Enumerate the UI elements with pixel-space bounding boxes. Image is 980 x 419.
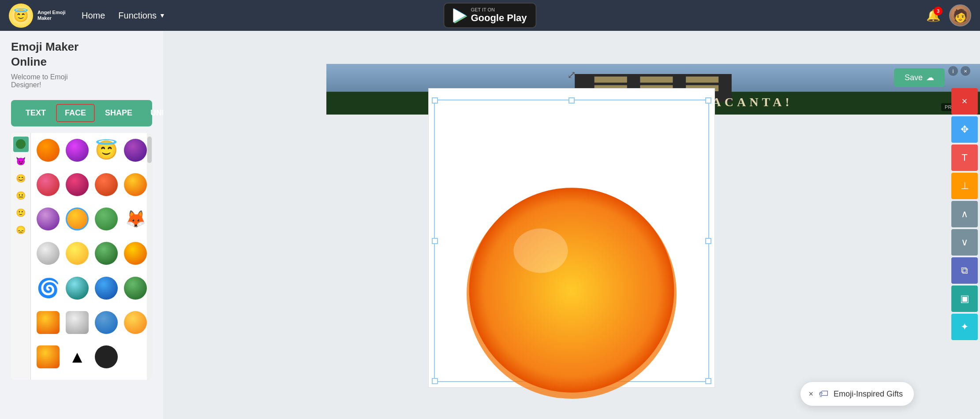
selection-handle-bottom-left[interactable] xyxy=(432,378,438,384)
selection-handle-top-left[interactable] xyxy=(432,97,438,104)
expand-icon[interactable]: ⤢ xyxy=(567,69,576,81)
emoji-item[interactable] xyxy=(64,240,91,267)
emoji-category-happy[interactable]: 😊 xyxy=(13,171,29,186)
google-play-button[interactable]: GET IT ON Google Play xyxy=(443,3,536,28)
green-circle-icon xyxy=(16,139,26,149)
toolbar: Text Face SHAPE Undo Redo xyxy=(11,100,152,126)
emoji-item[interactable] xyxy=(64,274,91,302)
popup-close-button[interactable]: × xyxy=(808,389,813,399)
selection-handle-middle-left[interactable] xyxy=(432,238,438,244)
emoji-item[interactable] xyxy=(34,171,62,198)
play-triangle-icon xyxy=(453,8,465,22)
save-button[interactable]: Save ☁ xyxy=(894,68,945,87)
emoji-item[interactable] xyxy=(122,309,149,336)
text-button[interactable]: T xyxy=(951,145,978,171)
emoji-grid: 😇 🌸 🦊 xyxy=(31,133,152,380)
shape-tab-button[interactable]: SHAPE xyxy=(97,105,140,121)
emoji-item[interactable]: 😇 xyxy=(93,137,120,164)
emoji-category-neutral[interactable]: 😐 xyxy=(13,188,29,204)
functions-dropdown-icon[interactable]: ▼ xyxy=(159,12,165,19)
popup-text: Emoji-Inspired Gifts xyxy=(834,389,903,399)
emoji-panel: 😈 😊 😐 🙂 😞 😇 xyxy=(11,133,152,380)
notification-popup: × 🏷 Emoji-Inspired Gifts xyxy=(800,382,914,406)
emoji-item[interactable] xyxy=(93,240,120,267)
nav-home[interactable]: Home xyxy=(82,11,105,21)
emoji-item[interactable] xyxy=(64,205,91,233)
emoji-item[interactable] xyxy=(93,309,120,336)
store-name-text: Google Play xyxy=(471,12,527,24)
selection-handle-top-middle[interactable] xyxy=(569,97,575,104)
emoji-item[interactable] xyxy=(93,343,120,371)
canvas-drawing-area[interactable]: ⤢ xyxy=(428,88,715,388)
emoji-category-green-circle[interactable] xyxy=(13,137,29,152)
content-area: Emoji MakerOnline Welcome to EmojiDesign… xyxy=(0,31,980,419)
emoji-item[interactable] xyxy=(34,205,62,233)
emoji-category-slight-smile[interactable]: 🙂 xyxy=(13,205,29,221)
main-canvas-area: MERITI CASA TA DE VACANTA! i × PREMIUM S… xyxy=(163,31,980,419)
delete-button[interactable]: ✦ xyxy=(951,314,978,340)
emoji-item[interactable] xyxy=(34,309,62,336)
close-button[interactable]: × xyxy=(951,88,978,115)
move-button[interactable]: ✥ xyxy=(951,116,978,143)
emoji-grid-container: 😇 🌸 🦊 xyxy=(31,133,152,380)
emoji-item[interactable]: 🌀 xyxy=(34,274,62,302)
emoji-item[interactable] xyxy=(64,171,91,198)
emoji-item[interactable] xyxy=(93,274,120,302)
emoji-category-sidebar: 😈 😊 😐 🙂 😞 xyxy=(11,133,31,380)
ad-close-icon[interactable]: × xyxy=(961,66,970,76)
emoji-item[interactable] xyxy=(93,205,120,233)
notification-badge: 3 xyxy=(934,7,943,15)
header: 😇 Angel Emoji Maker Home Functions ▼ GET… xyxy=(0,0,980,31)
emoji-item[interactable] xyxy=(122,274,149,302)
svg-rect-3 xyxy=(595,77,627,83)
emoji-item[interactable]: ▲ xyxy=(64,343,91,371)
sidebar-subtitle: Welcome to EmojiDesigner! xyxy=(11,73,152,89)
nav-functions-link[interactable]: Functions xyxy=(118,11,157,21)
get-it-on-text: GET IT ON xyxy=(471,7,527,12)
face-tab-button[interactable]: Face xyxy=(56,104,95,122)
selection-handle-bottom-right[interactable] xyxy=(705,378,711,384)
emoji-scrollbar-thumb[interactable] xyxy=(147,137,152,163)
header-right: 🔔 3 🧑 xyxy=(926,4,971,26)
emoji-item[interactable]: 🦊 xyxy=(122,205,149,233)
emoji-item[interactable] xyxy=(34,343,62,371)
emoji-item[interactable] xyxy=(34,137,62,164)
popup-gift-icon: 🏷 xyxy=(819,388,828,400)
logo: 😇 Angel Emoji Maker xyxy=(9,4,73,28)
save-label: Save xyxy=(905,73,923,82)
right-toolbar: × ✥ T ⊥ ∧ ∨ ⧉ ▣ ✦ xyxy=(951,88,980,340)
selection-handle-top-right[interactable] xyxy=(705,97,711,104)
paste-button[interactable]: ▣ xyxy=(951,286,978,312)
canvas-emoji xyxy=(448,152,695,400)
emoji-item[interactable] xyxy=(34,240,62,267)
svg-rect-5 xyxy=(686,77,718,83)
cloud-upload-icon: ☁ xyxy=(926,73,934,82)
emoji-item[interactable] xyxy=(64,137,91,164)
emoji-face-svg xyxy=(448,152,695,399)
emoji-item[interactable] xyxy=(122,240,149,267)
emoji-category-devil[interactable]: 😈 xyxy=(13,154,29,169)
emoji-category-sad[interactable]: 😞 xyxy=(13,222,29,238)
copy-button[interactable]: ⧉ xyxy=(951,257,978,284)
layer-down-button[interactable]: ∨ xyxy=(951,229,978,256)
svg-point-10 xyxy=(469,188,674,393)
layer-up-button[interactable]: ∧ xyxy=(951,201,978,227)
notification-button[interactable]: 🔔 3 xyxy=(926,9,940,22)
avatar-button[interactable]: 🧑 xyxy=(949,4,971,26)
emoji-item[interactable] xyxy=(122,171,149,198)
emoji-item[interactable] xyxy=(122,137,149,164)
sidebar-title: Emoji MakerOnline xyxy=(11,40,152,70)
emoji-scrollbar[interactable] xyxy=(147,133,152,380)
google-play-text-wrapper: GET IT ON Google Play xyxy=(471,7,527,24)
text-tab-button[interactable]: Text xyxy=(18,105,54,121)
svg-rect-4 xyxy=(640,77,673,83)
emoji-item[interactable] xyxy=(64,309,91,336)
emoji-item[interactable] xyxy=(93,171,120,198)
logo-text: Angel Emoji Maker xyxy=(37,10,73,21)
ad-info-icon[interactable]: i xyxy=(948,66,958,76)
nav-functions-wrapper[interactable]: Functions ▼ xyxy=(118,11,165,21)
align-button[interactable]: ⊥ xyxy=(951,173,978,199)
selection-handle-middle-right[interactable] xyxy=(705,238,711,244)
logo-icon: 😇 xyxy=(9,4,33,28)
sidebar: Emoji MakerOnline Welcome to EmojiDesign… xyxy=(0,31,163,419)
